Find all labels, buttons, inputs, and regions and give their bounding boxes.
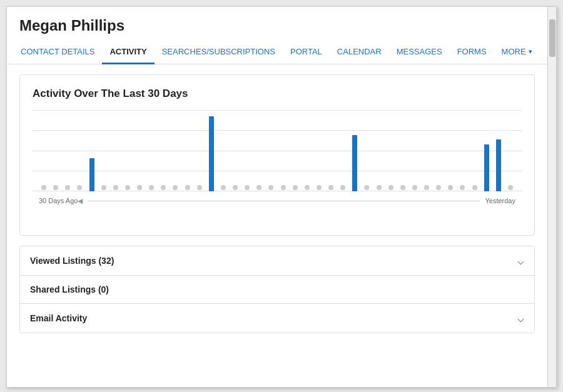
tab-forms[interactable]: FORMS — [450, 41, 494, 64]
bar-slot — [410, 110, 420, 191]
chart-bar — [484, 144, 489, 191]
accordion-label-2: Email Activity — [30, 313, 87, 323]
chart-dot — [53, 185, 58, 190]
more-chevron-icon: ▾ — [529, 48, 532, 56]
chart-dot — [221, 185, 226, 190]
chevron-down-icon: ⌵ — [517, 255, 524, 266]
chart-dot — [185, 185, 190, 190]
chart-dot — [256, 185, 261, 190]
bar-slot — [39, 110, 49, 191]
chart-dot — [364, 185, 369, 190]
chart-dot — [448, 185, 453, 190]
chart-dot — [328, 185, 333, 190]
tab-activity[interactable]: ACTIVITY — [102, 41, 154, 64]
page-title: Megan Phillips — [19, 17, 535, 34]
chart-dot — [77, 185, 82, 190]
bar-slot — [350, 110, 360, 191]
tab-more[interactable]: MORE ▾ — [494, 41, 540, 64]
bar-slot — [170, 110, 180, 191]
chart-dot — [460, 185, 465, 190]
bar-slot — [422, 110, 432, 191]
chart-dot — [233, 185, 238, 190]
chart-title: Activity Over The Last 30 Days — [33, 88, 522, 100]
chart-bar — [496, 139, 501, 191]
bar-slot — [111, 110, 121, 191]
accordion-row-1[interactable]: Shared Listings (0) — [20, 276, 534, 304]
bar-slot — [457, 110, 467, 191]
bar-slot — [290, 110, 300, 191]
activity-chart-card: Activity Over The Last 30 Days — [19, 74, 535, 236]
main-content: Megan Phillips CONTACT DETAILSACTIVITYSE… — [7, 7, 547, 356]
chart-dot — [412, 185, 417, 190]
bar-slot — [158, 110, 168, 191]
bar-slot — [398, 110, 408, 191]
chart-dot — [113, 185, 118, 190]
bar-slot — [386, 110, 396, 191]
bar-slot — [123, 110, 133, 191]
accordion-row-2[interactable]: Email Activity⌵ — [20, 304, 534, 333]
chart-dot — [508, 185, 513, 190]
bar-slot — [146, 110, 156, 191]
chart-dot — [173, 185, 178, 190]
chart-dot — [293, 185, 298, 190]
bar-slot — [470, 110, 480, 191]
chart-dot — [101, 185, 106, 190]
bar-slot — [195, 110, 205, 191]
content-area: Activity Over The Last 30 Days — [7, 64, 547, 343]
chart-dot — [65, 185, 70, 190]
chart-dot — [137, 185, 142, 190]
tab-messages[interactable]: MESSAGES — [389, 41, 450, 64]
chart-dot — [377, 185, 382, 190]
bars-container — [33, 110, 522, 191]
chart-bar — [209, 116, 214, 191]
bar-slot — [230, 110, 240, 191]
navigation-tabs: CONTACT DETAILSACTIVITYSEARCHES/SUBSCRIP… — [7, 41, 547, 64]
bar-slot — [183, 110, 193, 191]
chart-dot — [41, 185, 46, 190]
tab-searches[interactable]: SEARCHES/SUBSCRIPTIONS — [155, 41, 283, 64]
chart-dot — [161, 185, 166, 190]
bar-slot — [134, 110, 145, 191]
bar-slot — [445, 110, 455, 191]
bar-slot — [99, 110, 109, 191]
accordion-wrapper: Viewed Listings (32)⌵Shared Listings (0)… — [19, 246, 535, 333]
bar-slot — [494, 110, 504, 191]
chart-dot — [317, 185, 322, 190]
bar-slot — [505, 110, 515, 191]
chart-dot — [125, 185, 130, 190]
bar-slot — [206, 110, 216, 191]
x-axis-start-label: 30 Days Ago — [39, 197, 78, 204]
scrollbar[interactable] — [547, 7, 556, 387]
bar-slot — [338, 110, 348, 191]
bar-slot — [302, 110, 312, 191]
chart-dot — [388, 185, 393, 190]
x-axis-line — [88, 201, 480, 201]
accordion-row-0[interactable]: Viewed Listings (32)⌵ — [20, 246, 534, 276]
bar-slot — [266, 110, 276, 191]
tab-portal[interactable]: PORTAL — [283, 41, 330, 64]
chart-dot — [281, 185, 286, 190]
tab-contact-details[interactable]: CONTACT DETAILS — [13, 41, 102, 64]
chart-dot — [436, 185, 441, 190]
bar-slot — [63, 110, 73, 191]
bar-slot — [242, 110, 252, 191]
chart-dot — [245, 185, 250, 190]
bar-slot — [87, 110, 97, 191]
chart-dot — [340, 185, 345, 190]
bar-slot — [74, 110, 84, 191]
chart-bar — [89, 158, 94, 191]
chart-area: 30 Days Ago ◀ Yesterday — [33, 110, 522, 210]
chart-bar — [352, 135, 357, 191]
bar-slot — [482, 110, 492, 191]
chart-dot — [149, 185, 154, 190]
x-axis-left-arrow: ◀ — [78, 197, 83, 205]
accordion-label-1: Shared Listings (0) — [30, 284, 109, 294]
bar-slot — [374, 110, 384, 191]
chart-dot — [197, 185, 202, 190]
page-container: Megan Phillips CONTACT DETAILSACTIVITYSE… — [6, 6, 557, 388]
chart-container: 30 Days Ago ◀ Yesterday — [33, 110, 522, 223]
accordion-label-0: Viewed Listings (32) — [30, 256, 114, 266]
chevron-down-icon: ⌵ — [517, 313, 524, 324]
bar-slot — [434, 110, 444, 191]
tab-calendar[interactable]: CALENDAR — [330, 41, 389, 64]
